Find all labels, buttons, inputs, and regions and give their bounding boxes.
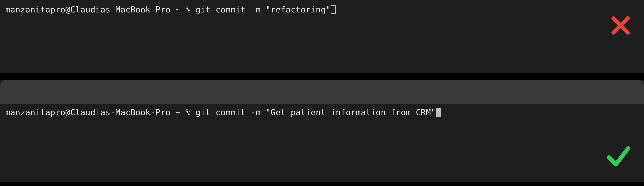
prompt-and-command: manzanitapro@Claudias-MacBook-Pro ~ % gi… <box>5 5 331 14</box>
command-line: manzanitapro@Claudias-MacBook-Pro ~ % gi… <box>5 107 639 117</box>
pane-gap <box>0 73 644 80</box>
command-line: manzanitapro@Claudias-MacBook-Pro ~ % gi… <box>5 5 639 15</box>
window-titlebar <box>0 80 644 104</box>
terminal-pane-bad[interactable]: manzanitapro@Claudias-MacBook-Pro ~ % gi… <box>0 0 644 73</box>
terminal-comparison: manzanitapro@Claudias-MacBook-Pro ~ % gi… <box>0 0 644 182</box>
text-cursor <box>331 5 336 14</box>
text-cursor <box>436 108 441 117</box>
check-icon <box>605 143 632 170</box>
terminal-pane-good[interactable]: manzanitapro@Claudias-MacBook-Pro ~ % gi… <box>0 80 644 182</box>
prompt-and-command: manzanitapro@Claudias-MacBook-Pro ~ % gi… <box>5 108 436 117</box>
x-icon <box>610 14 632 37</box>
